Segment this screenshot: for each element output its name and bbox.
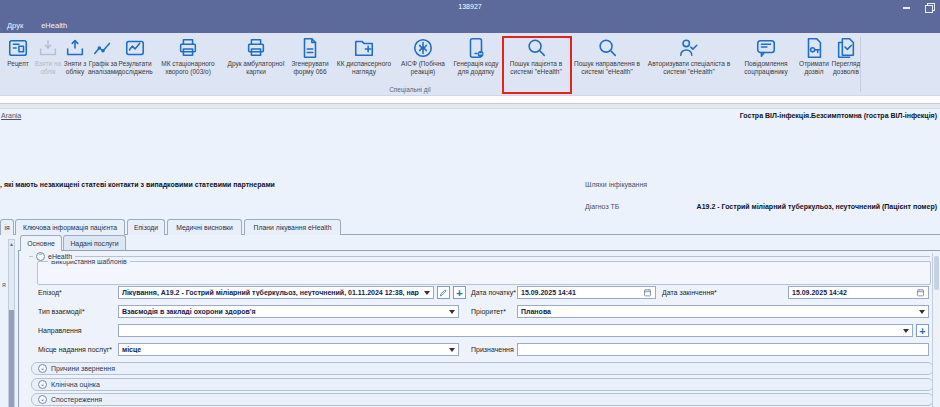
templates-groupbox: Використання шаблонів <box>37 261 931 285</box>
section-header-1[interactable]: ⌄Клінічна оцінка <box>31 378 934 391</box>
episode-add-button[interactable]: + <box>453 286 466 299</box>
scroll-up-arrow-icon[interactable]: ▲ <box>9 240 14 249</box>
toolbar-button-referral-search[interactable]: Пошук направлення в системі "eHealth" <box>570 36 644 75</box>
search-icon <box>525 37 547 59</box>
toolbar-button-label: АІСФ (Побічна реакція) <box>396 60 450 75</box>
interaction-type-combobox[interactable]: Взаємодія в закладі охорони здоров'я <box>118 305 459 318</box>
permission-get-icon <box>803 37 825 59</box>
toolbar-button-label: Зняти з обліку <box>62 60 88 75</box>
start-date-label: Дата початку* <box>471 286 516 296</box>
toolbar-button-label: Генерація коду для додатку <box>450 60 502 75</box>
chevron-down-icon <box>449 348 455 352</box>
calendar-icon[interactable] <box>643 288 652 297</box>
tab-1[interactable]: Ключова інформація пацієнта <box>15 219 125 235</box>
tab-2[interactable]: Епізоди <box>127 219 165 235</box>
chevron-down-circle-icon[interactable]: ⌄ <box>38 380 47 389</box>
restore-icon[interactable] <box>925 3 934 12</box>
tab-0[interactable]: ія <box>0 219 14 235</box>
end-date-label: Дата закінчення* <box>662 286 717 296</box>
priority-combobox[interactable]: Планова <box>517 305 929 318</box>
chevron-down-circle-icon[interactable]: ⌄ <box>38 395 47 404</box>
window-title: 138927 <box>0 3 940 10</box>
edit-pencil-icon <box>439 288 448 297</box>
purpose-input[interactable] <box>517 343 929 356</box>
toolbar-button-patient-search[interactable]: Пошук пацієнта в системі "eHealth" <box>502 36 570 75</box>
content-area: Arania Гостра ВІЛ-інфекція.Безсимптомна … <box>0 109 940 407</box>
toolbar-button-research-results[interactable]: Результати досліджень <box>118 36 152 75</box>
toolbar-button-form-066[interactable]: Згенерувати форму 066 <box>288 36 332 75</box>
toolbar-bottom-strip <box>0 96 940 103</box>
toolbar-button-label: Авторизувати спеціаліста в системі "eHea… <box>644 60 734 75</box>
interaction-type-label: Тип взаємодії* <box>38 305 85 315</box>
start-date-input[interactable]: 15.09.2025 14:41 <box>517 286 656 299</box>
toolbar-button-label: Повідомлення соцпрацівнику <box>734 60 798 75</box>
minimize-icon[interactable] <box>902 3 911 12</box>
hiv-diagnosis-text: Гостра ВІЛ-інфекція.Безсимптомна (гостра… <box>740 112 937 119</box>
tab-3[interactable]: Медичні висновки <box>167 219 242 235</box>
section-label: Клінічна оцінка <box>51 381 100 388</box>
toolbar-button-social-message[interactable]: Повідомлення соцпрацівнику <box>734 36 798 75</box>
toolbar-ribbon: РецептВзяти на облікЗняти з облікуГрафік… <box>0 33 940 96</box>
left-scrollbar-thumb[interactable] <box>9 310 14 407</box>
toolbar-button-dispensary-card[interactable]: КК диспансерного нагляду <box>332 36 396 75</box>
tab-4[interactable]: Плани лікування eHealth <box>244 219 341 235</box>
tb-diagnosis-value: А19.2 - Гострий міліарний туберкульоз, н… <box>697 203 937 210</box>
toolbar-button-recipe[interactable]: Рецепт <box>2 36 34 68</box>
toolbar-button-authorize-specialist[interactable]: Авторизувати спеціаліста в системі "eHea… <box>644 36 734 75</box>
toolbar-button-unregister[interactable]: Зняти з обліку <box>62 36 88 75</box>
toolbar-button-label: КК диспансерного нагляду <box>332 60 396 75</box>
right-scrollbar-thumb[interactable] <box>934 256 939 290</box>
message-icon <box>755 37 777 59</box>
menu-print[interactable]: Друк <box>0 17 32 33</box>
toolbar-buttons: РецептВзяти на облікЗняти з облікуГрафік… <box>2 36 862 75</box>
chevron-up-circle-icon[interactable]: ⌃ <box>36 252 45 261</box>
calendar-icon[interactable] <box>916 288 925 297</box>
chevron-down-icon <box>919 310 925 314</box>
toolbar-button-label: Згенерувати форму 066 <box>288 60 332 75</box>
section-label: Спостереження <box>51 396 102 403</box>
episode-edit-button[interactable] <box>437 286 450 299</box>
referral-add-button[interactable]: + <box>916 324 929 337</box>
toolbar-button-label: МК стаціонарного хворого (003/о) <box>152 60 224 75</box>
toolbar-button-label: Пошук направлення в системі "eHealth" <box>570 60 644 75</box>
printer-icon <box>177 37 199 59</box>
toolbar-button-get-permission[interactable]: Отримати дозвіл <box>798 36 830 75</box>
patient-name-link[interactable]: Arania <box>1 112 21 119</box>
toolbar-button-outpatient-card-print[interactable]: Друк амбулаторної картки <box>224 36 288 75</box>
section-header-2[interactable]: ⌄Спостереження <box>31 393 934 406</box>
chart-line-icon <box>92 37 114 59</box>
toolbar-button-view-permissions[interactable]: Перегляд дозволів <box>830 36 862 75</box>
risk-factor-text: , які мають незахищені статеві контакти … <box>0 181 275 188</box>
toolbar-group-caption: Спеціальні дії <box>373 86 447 93</box>
unregister-tray-icon <box>64 37 86 59</box>
subtab-1[interactable]: Надані послуги <box>63 235 126 250</box>
document-icon <box>299 37 321 59</box>
device-code-icon <box>465 37 487 59</box>
menu-bar: Друк eHealth <box>0 17 940 33</box>
results-chart-icon <box>124 37 146 59</box>
register-tray-icon <box>37 37 59 59</box>
right-scrollbar[interactable] <box>932 253 939 407</box>
menu-ehealth[interactable]: eHealth <box>32 17 76 33</box>
toolbar-button-aisf-reaction[interactable]: АІСФ (Побічна реакція) <box>396 36 450 75</box>
service-place-combobox[interactable]: місце <box>118 343 459 356</box>
toolbar-button-analysis-chart[interactable]: Графік за аналізами <box>88 36 118 75</box>
section-header-0[interactable]: ⌄Причини звернення <box>31 362 934 375</box>
toolbar-button-inpatient-card[interactable]: МК стаціонарного хворого (003/о) <box>152 36 224 75</box>
chevron-down-circle-icon[interactable]: ⌄ <box>38 364 47 373</box>
search-icon <box>596 37 618 59</box>
service-place-label: Місце надання послуг* <box>38 343 112 353</box>
toolbar-button-label: Рецепт <box>2 60 34 68</box>
subtab-0[interactable]: Основне <box>20 235 62 251</box>
toolbar-button-app-code[interactable]: Генерація коду для додатку <box>450 36 502 75</box>
toolbar-button-label: Взяти на облік <box>34 60 62 75</box>
left-scrollbar[interactable]: ▲ <box>8 239 15 407</box>
main-tabstrip: іяКлючова інформація пацієнтаЕпізодиМеди… <box>0 219 940 235</box>
main-form-panel: ⌃ eHealth Використання шаблонів Епізод* … <box>18 250 940 407</box>
end-date-input[interactable]: 15.09.2025 14:42 <box>788 286 929 299</box>
application-window: 138927 Друк eHealth РецептВзяти на облік… <box>0 0 940 407</box>
medical-circle-icon <box>412 37 434 59</box>
referral-combobox[interactable] <box>118 324 913 337</box>
episode-combobox[interactable]: Лікування, А19.2 - Гострий міліарний туб… <box>118 286 434 299</box>
ehealth-group-label: eHealth <box>48 253 72 260</box>
